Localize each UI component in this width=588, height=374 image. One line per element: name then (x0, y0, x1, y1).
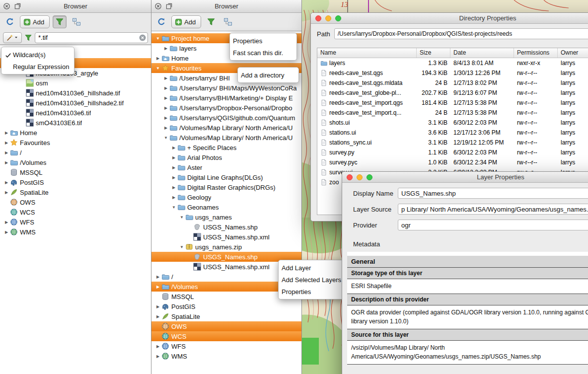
menu-item-add-layer[interactable]: Add Layer (279, 262, 346, 274)
menu-item-properties[interactable]: Properties (279, 286, 346, 298)
chevron-right-icon[interactable]: ▶ (154, 344, 161, 349)
clear-filter-icon[interactable] (139, 34, 147, 42)
path-input[interactable] (334, 28, 588, 39)
chevron-right-icon[interactable]: ▶ (3, 160, 10, 165)
tree-item[interactable]: ▶WMS (0, 227, 151, 237)
refresh-button[interactable] (3, 15, 17, 28)
chevron-down-icon[interactable]: ▼ (178, 245, 185, 249)
chevron-right-icon[interactable]: ▶ (170, 185, 177, 190)
table-row[interactable]: survey.py1.1 KiB6/30/12 2:03 PMrw-r--r--… (317, 148, 588, 157)
minimize-window-button[interactable] (325, 15, 331, 21)
table-row[interactable]: layers1.3 KiB8/4/13 8:01 AMrwxr-xr-xlarr… (317, 58, 588, 68)
tree-item[interactable]: ▶Digital Line Graphs(DLGs) (151, 172, 301, 182)
tree-item[interactable]: ned10m43103e6_hillshade.tif (0, 88, 151, 98)
tree-item[interactable]: OWS (0, 197, 151, 207)
minimize-window-button[interactable] (357, 174, 363, 180)
tree-item[interactable]: ▶/Volumes (0, 157, 151, 167)
table-row[interactable]: reeds-cave_test_globe-pl...202.7 KiB9/12… (317, 88, 588, 98)
table-row[interactable]: reeds-cave_test_import.qgs181.4 KiB1/27/… (317, 98, 588, 108)
menu-item-regular-expression[interactable]: Regular Expression (1, 61, 74, 73)
tree-item[interactable]: ned10m43103e6.tif (0, 108, 151, 118)
table-row[interactable]: stations.ui3.6 KiB12/17/12 3:06 PMrw-r--… (317, 128, 588, 138)
filter-options-button[interactable] (3, 32, 22, 43)
float-panel-icon[interactable] (165, 2, 173, 10)
add-button[interactable]: Add (20, 15, 50, 28)
table-row[interactable]: shots.ui3.1 KiB6/30/12 2:03 PMrw-r--r--l… (317, 118, 588, 128)
chevron-right-icon[interactable]: ▶ (170, 195, 177, 200)
chevron-down-icon[interactable]: ▼ (170, 205, 177, 210)
tree-item[interactable]: smO43103E6.tif (0, 118, 151, 128)
chevron-right-icon[interactable]: ▶ (162, 76, 169, 80)
chevron-right-icon[interactable]: ▶ (3, 180, 10, 185)
filter-toggle-button[interactable] (53, 15, 67, 28)
chevron-right-icon[interactable]: ▶ (162, 96, 169, 100)
tree-item[interactable]: ▶/Users/larrys/Dropbox-Personal/Dropbo (151, 103, 301, 113)
tree-item[interactable]: ▶/Users/larrys/BHI/Marketing/+ Display E (151, 93, 301, 103)
refresh-button[interactable] (154, 15, 168, 28)
chevron-right-icon[interactable]: ▶ (154, 304, 161, 309)
tree-item[interactable]: ▶SpatiaLite (151, 311, 301, 321)
tree-item[interactable]: MSSQL (0, 167, 151, 177)
tree-item[interactable]: ▶SpatiaLite (0, 187, 151, 197)
layer-source-input[interactable] (398, 204, 588, 215)
chevron-right-icon[interactable]: ▶ (170, 175, 177, 180)
filter-toggle-button[interactable] (204, 15, 218, 28)
collapse-all-button[interactable] (221, 15, 235, 28)
display-name-input[interactable] (398, 188, 588, 199)
panel-titlebar[interactable]: Browser (0, 0, 151, 13)
table-row[interactable]: survey.pyc1.0 KiB6/30/12 2:34 PMrw-r--r-… (317, 157, 588, 167)
close-panel-icon[interactable] (154, 2, 162, 10)
tree-item[interactable]: OWS (151, 321, 301, 331)
tree-item[interactable]: ▼/Volumes/Map Library/ North America/U (151, 133, 301, 143)
tree-item[interactable]: ▶/Users/larrys/QGIS/github.com/Quantum (151, 113, 301, 123)
chevron-right-icon[interactable]: ▶ (3, 230, 10, 234)
chevron-down-icon[interactable]: ▼ (162, 136, 169, 140)
tree-item[interactable]: ▶Geology (151, 192, 301, 202)
chevron-right-icon[interactable]: ▶ (3, 131, 10, 135)
chevron-right-icon[interactable]: ▶ (154, 285, 161, 289)
tree-item[interactable]: USGS_Names.shp.xml (151, 232, 301, 242)
tree-item[interactable]: ▶/ (0, 148, 151, 157)
tree-item[interactable]: ned10m43103e6_hillshade2.tif (0, 98, 151, 108)
zoom-window-button[interactable] (335, 15, 341, 21)
tree-item[interactable]: ▶WFS (0, 217, 151, 227)
tree-item[interactable]: ▶Home (0, 128, 151, 138)
tree-item[interactable]: ▼Geonames (151, 202, 301, 212)
tree-item[interactable]: ▼usgs_names.zip (151, 242, 301, 252)
chevron-right-icon[interactable]: ▶ (162, 106, 169, 110)
chevron-down-icon[interactable]: ▼ (154, 36, 161, 41)
tree-item[interactable]: ▶Digital Raster Graphics(DRGs) (151, 182, 301, 192)
tree-item[interactable]: ▶WMS (151, 351, 301, 361)
window-titlebar[interactable]: Directory Properties (311, 13, 588, 24)
tree-item[interactable]: USGS_Names.shp (151, 222, 301, 232)
chevron-right-icon[interactable]: ▶ (3, 220, 10, 224)
chevron-right-icon[interactable]: ▶ (154, 354, 161, 359)
float-panel-icon[interactable] (14, 2, 21, 10)
tree-item[interactable]: WCS (151, 331, 301, 341)
zoom-window-button[interactable] (367, 174, 372, 180)
table-row[interactable]: reeds-cave_test.qgs.mldata24 B1/27/13 8:… (317, 78, 588, 88)
add-button[interactable]: Add (171, 15, 201, 28)
table-row[interactable]: reeds-cave_test_import.q...24 B1/27/13 5… (317, 108, 588, 118)
table-header[interactable]: Name Size Date Permissions Owner (317, 48, 588, 58)
chevron-down-icon[interactable]: ▼ (154, 66, 161, 71)
table-row[interactable]: stations_sync.ui3.1 KiB12/19/12 12:05 PM… (317, 138, 588, 148)
chevron-right-icon[interactable]: ▶ (3, 150, 10, 155)
chevron-right-icon[interactable]: ▶ (3, 190, 10, 195)
menu-item-add-directory[interactable]: Add a directory (238, 69, 298, 81)
tree-item[interactable]: ▶/Volumes/Map Library/ North America/U (151, 123, 301, 133)
tree-item[interactable]: osm (0, 78, 151, 88)
chevron-right-icon[interactable]: ▶ (154, 56, 161, 61)
menu-item-wildcards[interactable]: Wildcard(s) (1, 49, 74, 61)
tree-item[interactable]: ▶/Users/larrys/ BHI/Maps/WyWestonCoRa (151, 83, 301, 93)
menu-item-fast-scan[interactable]: Fast scan this dir. (230, 47, 296, 59)
tree-item[interactable]: ▼usgs_names (151, 212, 301, 222)
tree-item[interactable]: ▶Arial Photos (151, 152, 301, 162)
tree-item[interactable]: ▶PostGIS (151, 301, 301, 311)
collapse-all-button[interactable] (70, 15, 83, 28)
chevron-right-icon[interactable]: ▶ (170, 155, 177, 160)
tree-item[interactable]: ▶Aster (151, 162, 301, 172)
window-titlebar[interactable]: Layer Properties (342, 172, 588, 183)
menu-item-properties[interactable]: Properties (230, 35, 296, 47)
filter-input[interactable] (35, 32, 148, 43)
